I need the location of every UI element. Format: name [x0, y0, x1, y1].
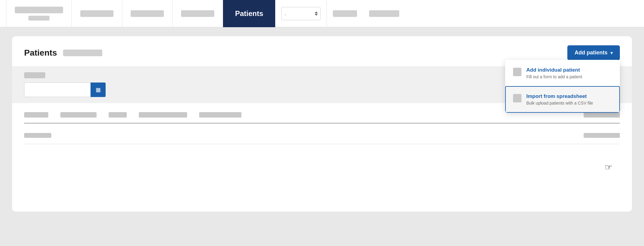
table-cell-right — [584, 133, 620, 138]
nav-item-logo[interactable] — [6, 0, 72, 27]
dropdown-item-1-title: Add individual patient — [526, 67, 582, 73]
col-header-5 — [199, 112, 241, 118]
cursor-pointer: ☞ — [605, 162, 612, 172]
add-patients-label: Add patients — [575, 50, 607, 56]
nav-patients-label: Patients — [235, 9, 263, 18]
row-divider — [24, 144, 620, 144]
col-header-2 — [60, 112, 97, 118]
nav-extra-1 — [333, 10, 357, 17]
table-header-divider — [24, 123, 620, 123]
col-header-1 — [24, 112, 48, 118]
nav-item-patients[interactable]: Patients — [223, 0, 275, 27]
main-content: Patients Add patients ▾ ▦ — [0, 27, 644, 221]
col-header-3 — [109, 112, 127, 118]
page-title: Patients — [24, 48, 57, 58]
search-input[interactable] — [24, 83, 91, 97]
nav-select[interactable]: . — [281, 7, 320, 20]
dropdown-item-2-desc: Bulk upload patients with a CSV file — [526, 101, 593, 105]
dropdown-item-add-individual[interactable]: Add individual patient Fill out a form t… — [505, 60, 620, 86]
nav-item-3-placeholder — [131, 10, 164, 17]
filter-col: ▦ — [24, 72, 106, 97]
chevron-down-icon: ▾ — [611, 50, 613, 55]
table-cell — [24, 133, 51, 138]
dropdown-item-1-desc: Fill out a form to add a patient — [526, 74, 582, 79]
dropdown-item-2-text: Import from spreadsheet Bulk upload pati… — [526, 93, 593, 105]
nav-logo-sub-placeholder — [28, 16, 49, 21]
spreadsheet-icon — [513, 94, 521, 102]
dropdown-menu: Add individual patient Fill out a form t… — [505, 60, 620, 113]
col-header-4 — [139, 112, 187, 118]
nav-select-wrapper: . — [275, 0, 327, 27]
nav-item-3[interactable] — [122, 0, 173, 27]
dropdown-item-2-title: Import from spreadsheet — [526, 93, 593, 99]
nav-item-4[interactable] — [173, 0, 223, 27]
nav-logo-placeholder — [15, 7, 63, 13]
col-header-6 — [584, 112, 620, 118]
card-title-area: Patients — [24, 48, 102, 58]
add-patients-button[interactable]: Add patients ▾ — [567, 45, 620, 60]
top-nav: Patients . — [0, 0, 644, 27]
search-button[interactable]: ▦ — [91, 83, 106, 97]
nav-item-2[interactable] — [72, 0, 122, 27]
search-icon: ▦ — [96, 86, 101, 93]
table-row — [24, 129, 620, 141]
nav-extra-2 — [369, 10, 399, 17]
nav-item-4-placeholder — [181, 10, 214, 17]
title-badge-placeholder — [63, 50, 102, 56]
dropdown-item-import-spreadsheet[interactable]: Import from spreadsheet Bulk upload pati… — [505, 86, 620, 113]
nav-item-2-placeholder — [80, 10, 113, 17]
patients-card: Patients Add patients ▾ ▦ — [12, 36, 632, 212]
col-header-spacer — [584, 112, 620, 118]
individual-patient-icon — [513, 68, 521, 76]
search-box: ▦ — [24, 83, 106, 97]
dropdown-item-1-text: Add individual patient Fill out a form t… — [526, 67, 582, 79]
filter-label-placeholder — [24, 72, 45, 78]
